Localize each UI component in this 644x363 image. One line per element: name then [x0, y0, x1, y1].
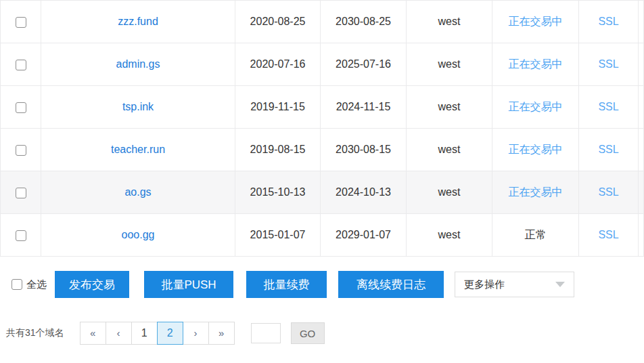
- status-link[interactable]: 正在交易中: [509, 144, 563, 155]
- registrar: west: [407, 129, 492, 171]
- domain-link[interactable]: ooo.gg: [122, 229, 155, 240]
- pager: « ‹ 1 2 › »: [80, 322, 235, 345]
- row-checkbox[interactable]: [16, 17, 26, 28]
- first-page-button[interactable]: «: [80, 322, 106, 345]
- table-row: tsp.ink 2019-11-15 2024-11-15 west 正在交易中…: [1, 86, 644, 129]
- row-checkbox[interactable]: [16, 60, 26, 70]
- registrar: west: [407, 86, 492, 129]
- ssl-link[interactable]: SSL: [598, 101, 618, 112]
- select-all-checkbox[interactable]: [12, 279, 22, 290]
- chevron-down-icon: [555, 282, 565, 287]
- publish-trade-button[interactable]: 发布交易: [55, 271, 129, 298]
- table-row: admin.gs 2020-07-16 2025-07-16 west 正在交易…: [1, 43, 644, 86]
- batch-push-button[interactable]: 批量PUSH: [144, 271, 233, 298]
- last-page-button[interactable]: »: [208, 322, 235, 345]
- table-row: ooo.gg 2015-01-07 2029-01-07 west 正常 SSL: [1, 214, 644, 257]
- expiry-date: 2024-11-15: [321, 86, 407, 129]
- status-link[interactable]: 正在交易中: [509, 16, 563, 27]
- prev-page-button[interactable]: ‹: [106, 322, 132, 345]
- expiry-date: 2025-07-16: [321, 43, 407, 86]
- empty-cell: [639, 171, 644, 214]
- registration-date: 2015-10-13: [235, 171, 321, 214]
- registration-date: 2019-11-15: [235, 86, 321, 129]
- page-jump-input[interactable]: [251, 323, 281, 343]
- expiry-date: 2030-08-25: [321, 1, 407, 43]
- total-count-label: 共有31个域名: [6, 327, 64, 339]
- page-2-button-active[interactable]: 2: [157, 322, 183, 345]
- empty-cell: [639, 214, 644, 257]
- status-link[interactable]: 正在交易中: [509, 186, 563, 198]
- empty-cell: [639, 1, 644, 43]
- more-actions-dropdown[interactable]: 更多操作: [455, 272, 574, 297]
- table-row: teacher.run 2019-08-15 2030-08-15 west 正…: [1, 129, 644, 171]
- domain-link[interactable]: teacher.run: [111, 144, 165, 155]
- expiry-date: 2024-10-13: [321, 171, 407, 214]
- registration-date: 2020-08-25: [235, 1, 321, 43]
- domain-link[interactable]: admin.gs: [116, 58, 160, 70]
- row-checkbox[interactable]: [16, 230, 26, 241]
- registrar: west: [407, 171, 492, 214]
- empty-cell: [639, 43, 644, 86]
- expiry-date: 2030-08-15: [321, 129, 407, 171]
- row-checkbox[interactable]: [16, 102, 26, 113]
- select-all[interactable]: 全选: [12, 278, 47, 291]
- registration-date: 2019-08-15: [235, 129, 321, 171]
- bulk-actions-toolbar: 全选 发布交易 批量PUSH 批量续费 离线续费日志 更多操作: [0, 271, 644, 298]
- ssl-link[interactable]: SSL: [598, 58, 618, 70]
- registrar: west: [407, 43, 492, 86]
- registration-date: 2015-01-07: [235, 214, 321, 257]
- batch-renew-button[interactable]: 批量续费: [246, 271, 327, 298]
- domain-link[interactable]: ao.gs: [124, 186, 151, 198]
- ssl-link[interactable]: SSL: [598, 144, 618, 155]
- ssl-link[interactable]: SSL: [598, 16, 618, 27]
- status-text: 正常: [525, 229, 547, 240]
- page-1-button[interactable]: 1: [131, 322, 158, 345]
- domain-link[interactable]: tsp.ink: [122, 101, 154, 112]
- registrar: west: [407, 1, 492, 43]
- more-actions-label: 更多操作: [464, 278, 505, 291]
- status-link[interactable]: 正在交易中: [509, 101, 563, 112]
- status-link[interactable]: 正在交易中: [509, 58, 563, 70]
- ssl-link[interactable]: SSL: [598, 186, 618, 198]
- expiry-date: 2029-01-07: [321, 214, 407, 257]
- empty-cell: [639, 129, 644, 171]
- domain-table: zzz.fund 2020-08-25 2030-08-25 west 正在交易…: [0, 0, 644, 257]
- go-button[interactable]: GO: [291, 322, 325, 344]
- registration-date: 2020-07-16: [235, 43, 321, 86]
- ssl-link[interactable]: SSL: [598, 229, 618, 240]
- domain-link[interactable]: zzz.fund: [118, 16, 158, 27]
- table-row: zzz.fund 2020-08-25 2030-08-25 west 正在交易…: [1, 1, 644, 43]
- pagination-bar: 共有31个域名 « ‹ 1 2 › » GO: [0, 322, 644, 345]
- select-all-label: 全选: [26, 278, 47, 291]
- next-page-button[interactable]: ›: [183, 322, 209, 345]
- table-row: ao.gs 2015-10-13 2024-10-13 west 正在交易中 S…: [1, 171, 644, 214]
- registrar: west: [407, 214, 492, 257]
- row-checkbox[interactable]: [16, 145, 26, 156]
- offline-renew-log-button[interactable]: 离线续费日志: [338, 271, 444, 298]
- empty-cell: [639, 86, 644, 129]
- row-checkbox[interactable]: [16, 188, 26, 198]
